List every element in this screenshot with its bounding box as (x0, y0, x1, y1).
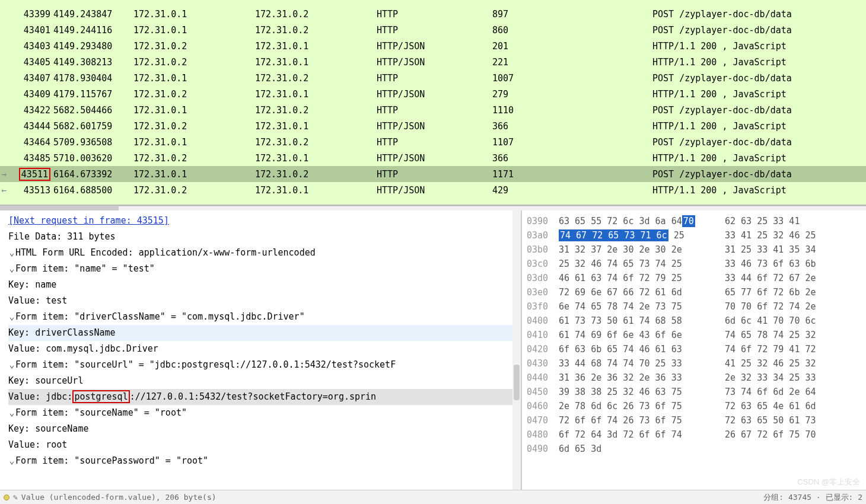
hex-line[interactable]: 044031 36 2e 36 32 2e 36 332e 32 33 34 2… (527, 371, 861, 385)
hex-line[interactable]: 03d046 61 63 74 6f 72 79 2533 44 6f 72 6… (527, 271, 861, 285)
form-item[interactable]: ⌄Form item: "sourcePassword" = "root" (2, 453, 521, 469)
status-dot-icon (4, 495, 9, 500)
form-key: Key: sourceName (2, 421, 521, 437)
packet-row[interactable]: 434054149.308213172.31.0.2172.31.0.1HTTP… (0, 54, 866, 70)
form-value: Value: test (2, 293, 521, 309)
status-bar: ✎ Value (urlencoded-form.value), 206 byt… (0, 490, 866, 504)
packet-row[interactable]: 434094179.115767172.31.0.2172.31.0.1HTTP… (0, 86, 866, 102)
hscroll[interactable] (0, 206, 866, 210)
hex-line[interactable]: 040061 73 73 50 61 74 68 586d 6c 41 70 7… (527, 314, 861, 328)
form-key: Key: driverClassName (2, 325, 521, 341)
hex-line[interactable]: 041061 74 69 6f 6e 43 6f 6e74 65 78 74 2… (527, 328, 861, 342)
packet-row[interactable]: →435116164.673392172.31.0.1172.31.0.2HTT… (0, 166, 866, 182)
hex-line[interactable]: 03f06e 74 65 78 74 2e 73 7570 70 6f 72 7… (527, 299, 861, 314)
packet-row[interactable]: 434645709.936508172.31.0.1172.31.0.2HTTP… (0, 134, 866, 150)
next-request-link[interactable]: [Next request in frame: 43515] (8, 215, 169, 226)
hex-line[interactable]: 047072 6f 6f 74 26 73 6f 7572 63 65 50 6… (527, 413, 861, 428)
packet-row[interactable]: 434225682.504466172.31.0.1172.31.0.2HTTP… (0, 102, 866, 118)
hex-line[interactable]: 03b031 32 37 2e 30 2e 30 2e31 25 33 41 3… (527, 243, 861, 257)
packet-row[interactable]: 433994149.243847172.31.0.1172.31.0.2HTTP… (0, 6, 866, 22)
hex-line[interactable]: 03a074 67 72 65 73 71 6c 2533 41 25 32 4… (527, 228, 861, 243)
packet-details[interactable]: [Next request in frame: 43515] File Data… (0, 210, 522, 495)
hex-line[interactable]: 04206f 63 6b 65 74 46 61 6374 6f 72 79 4… (527, 342, 861, 356)
hex-line[interactable]: 04806f 72 64 3d 72 6f 6f 7426 67 72 6f 7… (527, 428, 861, 442)
detail-scrollbar[interactable] (512, 210, 521, 495)
packet-row[interactable]: 434855710.003620172.31.0.2172.31.0.1HTTP… (0, 150, 866, 166)
form-item[interactable]: ⌄Form item: "driverClassName" = "com.mys… (2, 309, 521, 325)
hex-line[interactable]: 03e072 69 6e 67 66 72 61 6d65 77 6f 72 6… (527, 285, 861, 299)
form-value: Value: jdbc:postgresql://127.0.0.1:5432/… (2, 389, 521, 405)
hex-line[interactable]: 03c025 32 46 74 65 73 74 2533 46 73 6f 6… (527, 257, 861, 271)
hex-line[interactable]: 039063 65 55 72 6c 3d 6a 647062 63 25 33… (527, 214, 861, 228)
form-header[interactable]: ⌄HTML Form URL Encoded: application/x-ww… (2, 245, 521, 261)
hex-line[interactable]: 04906d 65 3d (527, 442, 861, 456)
form-key: Key: sourceUrl (2, 373, 521, 389)
hex-view[interactable]: 039063 65 55 72 6c 3d 6a 647062 63 25 33… (522, 210, 866, 495)
packet-row[interactable]: ←435136164.688500172.31.0.2172.31.0.1HTT… (0, 182, 866, 198)
form-item[interactable]: ⌄Form item: "sourceUrl" = "jdbc:postgres… (2, 357, 521, 373)
file-data: File Data: 311 bytes (2, 229, 521, 245)
form-key: Key: name (2, 277, 521, 293)
hex-line[interactable]: 045039 38 38 25 32 46 63 7573 74 6f 6d 2… (527, 385, 861, 399)
packet-row[interactable]: 434014149.244116172.31.0.1172.31.0.2HTTP… (0, 22, 866, 38)
form-value: Value: root (2, 437, 521, 453)
hex-line[interactable]: 04602e 78 6d 6c 26 73 6f 7572 63 65 4e 6… (527, 399, 861, 413)
packet-row[interactable]: 434445682.601759172.31.0.2172.31.0.1HTTP… (0, 118, 866, 134)
packet-row[interactable]: 434034149.293480172.31.0.2172.31.0.1HTTP… (0, 38, 866, 54)
packet-row[interactable]: 434074178.930404172.31.0.1172.31.0.2HTTP… (0, 70, 866, 86)
hex-line[interactable]: 043033 44 68 74 74 70 25 3341 25 32 46 2… (527, 356, 861, 371)
form-value: Value: com.mysql.jdbc.Driver (2, 341, 521, 357)
watermark: CSDN @零上安全 (797, 477, 860, 487)
form-item[interactable]: ⌄Form item: "sourceName" = "root" (2, 405, 521, 421)
form-item[interactable]: ⌄Form item: "name" = "test" (2, 261, 521, 277)
packet-list[interactable]: 433994149.243847172.31.0.1172.31.0.2HTTP… (0, 0, 866, 206)
